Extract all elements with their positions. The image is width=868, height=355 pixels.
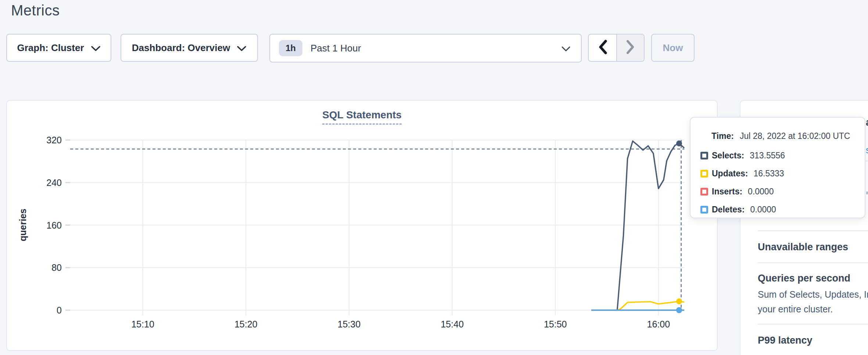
tooltip-row: Inserts:0.0000 xyxy=(700,183,865,201)
series-color-swatch xyxy=(700,152,708,159)
time-step-button-group xyxy=(588,34,645,62)
tooltip-series-rows: Selects:313.5556Updates:16.5333Inserts:0… xyxy=(700,147,865,219)
tooltip-series-label: Updates: xyxy=(712,169,748,179)
time-range-badge: 1h xyxy=(279,40,302,56)
tooltip-series-value: 0.0000 xyxy=(750,205,776,215)
clipped-summary-text-fragment: a xyxy=(866,117,868,128)
prev-time-button[interactable] xyxy=(589,35,616,61)
x-tick-label: 15:20 xyxy=(220,319,272,330)
chart-plot-area[interactable] xyxy=(65,140,684,310)
chevron-down-icon xyxy=(91,46,101,52)
series-color-swatch xyxy=(700,188,708,196)
x-tick-label: 15:30 xyxy=(323,319,375,330)
chart-title-wrap: SQL Statements xyxy=(6,109,718,125)
summary-section-description: Sum of Selects, Updates, Inser xyxy=(758,287,868,302)
summary-section: Unavailable ranges xyxy=(758,230,868,262)
summary-section: P99 latency xyxy=(758,324,868,354)
now-button[interactable]: Now xyxy=(651,34,695,62)
x-tick-label: 15:50 xyxy=(530,319,581,330)
tooltip-series-label: Inserts: xyxy=(712,187,742,197)
tooltip-time-label: Time: xyxy=(711,131,734,141)
tooltip-series-value: 313.5556 xyxy=(750,151,785,161)
chevron-down-icon xyxy=(237,46,247,52)
chevron-left-icon xyxy=(598,40,608,56)
y-tick-label: 0 xyxy=(21,305,62,316)
tooltip-time-row: Time: Jul 28, 2022 at 16:02:00 UTC xyxy=(711,129,865,143)
graph-scope-dropdown-label: Graph: Cluster xyxy=(17,42,84,54)
dashboard-dropdown[interactable]: Dashboard: Overview xyxy=(121,34,258,62)
next-time-button[interactable] xyxy=(616,35,644,61)
chevron-down-icon xyxy=(561,46,571,52)
summary-section-description: your entire cluster. xyxy=(758,302,868,316)
series-color-swatch xyxy=(700,170,708,178)
dashboard-dropdown-label: Dashboard: Overview xyxy=(132,42,230,54)
y-tick-label: 160 xyxy=(21,220,62,231)
y-tick-label: 240 xyxy=(21,177,62,188)
summary-section-heading: Queries per second xyxy=(758,273,868,284)
page-title: Metrics xyxy=(11,2,60,19)
clipped-summary-link-fragment: s xyxy=(866,145,868,155)
x-tick-label: 16:00 xyxy=(633,319,684,330)
y-tick-label: 80 xyxy=(21,262,62,273)
series-color-swatch xyxy=(700,206,708,214)
summary-section-heading: Unavailable ranges xyxy=(758,241,868,253)
tooltip-series-value: 0.0000 xyxy=(748,187,774,197)
chevron-right-icon xyxy=(625,40,636,56)
x-tick-label: 15:40 xyxy=(427,319,478,330)
chart-hover-tooltip: Time: Jul 28, 2022 at 16:02:00 UTC Selec… xyxy=(690,117,865,218)
tooltip-row: Selects:313.5556 xyxy=(700,147,865,165)
x-tick-label: 15:10 xyxy=(117,319,169,330)
graph-scope-dropdown[interactable]: Graph: Cluster xyxy=(6,34,111,62)
tooltip-series-label: Deletes: xyxy=(712,205,745,215)
tooltip-series-value: 16.5333 xyxy=(753,169,784,179)
summary-section-heading: P99 latency xyxy=(758,335,868,346)
clipped-text-fragment xyxy=(866,191,868,194)
time-range-label: Past 1 Hour xyxy=(311,43,561,54)
y-tick-label: 320 xyxy=(21,135,62,146)
time-range-selector[interactable]: 1h Past 1 Hour xyxy=(269,34,582,62)
tooltip-row: Deletes:0.0000 xyxy=(700,201,865,219)
tooltip-row: Updates:16.5333 xyxy=(700,165,865,183)
summary-section: Queries per secondSum of Selects, Update… xyxy=(758,262,868,324)
tooltip-time-value: Jul 28, 2022 at 16:02:00 UTC xyxy=(740,131,850,141)
chart-title-link[interactable]: SQL Statements xyxy=(322,109,402,125)
tooltip-series-label: Selects: xyxy=(712,151,744,161)
